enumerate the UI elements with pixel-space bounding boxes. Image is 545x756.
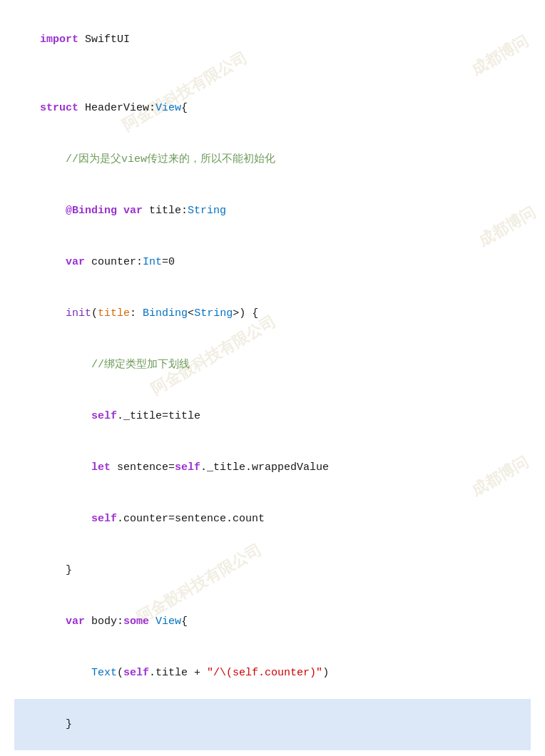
keyword-var: var (123, 205, 143, 217)
keyword-some: some (123, 615, 149, 628)
code-line-13: var body:some View{ (14, 596, 531, 648)
comment-binding: //绑定类型加下划线 (91, 359, 190, 371)
code-line-11: self.counter=sentence.count (14, 494, 531, 545)
type-string2: String (194, 307, 233, 320)
code-line-7: init(title: Binding<String>) { (14, 288, 531, 339)
keyword-var2: var (66, 256, 85, 268)
code-line-8: //绑定类型加下划线 (14, 339, 531, 391)
param-title: title (98, 307, 130, 320)
type-binding: Binding (143, 307, 188, 320)
code-line-15: } (14, 699, 531, 750)
keyword-self1: self (91, 410, 117, 422)
keyword-self2: self (175, 461, 200, 474)
keyword-let: let (91, 461, 111, 474)
code-line-16: } (14, 750, 531, 756)
keyword-binding: @Binding (66, 205, 117, 217)
code-line-2 (14, 66, 531, 83)
keyword-self4: self (123, 667, 149, 679)
code-line-6: var counter:Int=0 (14, 237, 531, 288)
type-int: Int (143, 256, 162, 268)
keyword-self3: self (91, 513, 117, 525)
code-line-14: Text(self.title + "/\(self.counter)") (14, 648, 531, 699)
type-string: String (188, 205, 226, 217)
keyword-import: import (40, 34, 78, 46)
code-line-5: @Binding var title:String (14, 185, 531, 237)
code-line-10: let sentence=self._title.wrappedValue (14, 442, 531, 494)
code-container: 成都博问 阿金骰科技有限公司 成都博问 阿金骰科技有限公司 成都博问 阿金骰科技… (0, 0, 545, 756)
string-counter: "/\(self.counter)" (207, 667, 322, 679)
comment-init: //因为是父view传过来的，所以不能初始化 (66, 153, 275, 165)
type-view: View (156, 102, 181, 114)
keyword-var3: var (66, 615, 85, 628)
code-line-1: import SwiftUI (14, 14, 531, 66)
code-line-9: self._title=title (14, 391, 531, 442)
code-line-12: } (14, 545, 531, 596)
type-text1: Text (91, 667, 117, 679)
code-line-3: struct HeaderView:View{ (14, 83, 531, 134)
keyword-init: init (66, 307, 91, 320)
type-view2: View (156, 615, 181, 628)
code-line-4: //因为是父view传过来的，所以不能初始化 (14, 134, 531, 185)
keyword-struct: struct (40, 102, 78, 114)
